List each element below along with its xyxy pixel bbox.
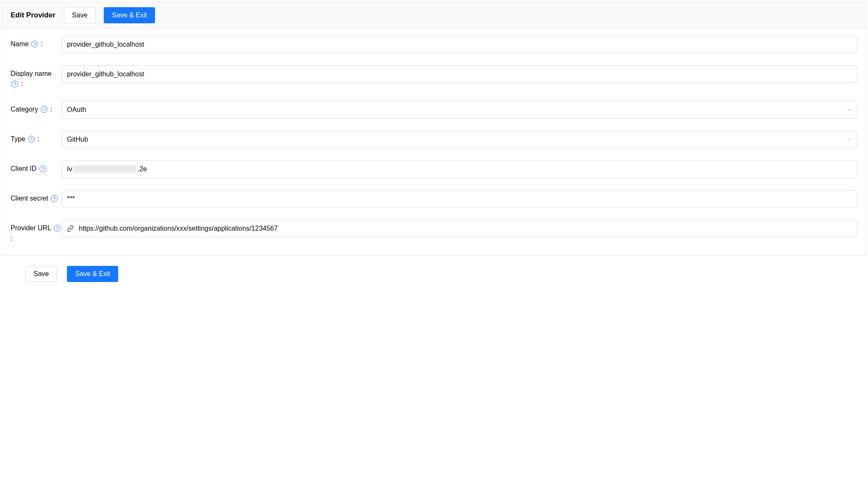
- name-input[interactable]: [61, 36, 857, 53]
- help-icon[interactable]: ?: [51, 195, 58, 202]
- help-icon[interactable]: ?: [11, 81, 18, 87]
- client-id-input[interactable]: Iv .2e: [61, 160, 857, 178]
- provider-url-input-wrap: [61, 220, 857, 237]
- redacted-text: [73, 165, 136, 173]
- row-type: Type ? : GitHub: [11, 131, 857, 148]
- row-client-id: Client ID ? Iv .2e: [11, 160, 857, 178]
- row-client-secret: Client secret ?: [11, 190, 857, 208]
- help-icon[interactable]: ?: [41, 106, 47, 113]
- help-icon[interactable]: ?: [39, 165, 46, 172]
- save-exit-button[interactable]: Save & Exit: [104, 7, 155, 23]
- chevron-down-icon: [847, 107, 852, 112]
- row-display-name: Display name ? :: [11, 65, 857, 89]
- row-name: Name ? :: [11, 36, 857, 53]
- display-name-input[interactable]: [61, 65, 857, 83]
- link-icon: [62, 225, 74, 232]
- footer-save-exit-button[interactable]: Save & Exit: [67, 266, 118, 282]
- client-secret-input[interactable]: [61, 190, 857, 208]
- footer-buttons: Save Save & Exit: [0, 257, 868, 290]
- page-title: Edit Provider: [11, 11, 55, 20]
- help-icon[interactable]: ?: [31, 41, 38, 47]
- footer-save-button[interactable]: Save: [25, 266, 57, 282]
- label-client-secret: Client secret ?: [11, 190, 61, 204]
- chevron-down-icon: [847, 137, 852, 142]
- row-category: Category ? : OAuth: [11, 101, 857, 119]
- row-provider-url: Provider URL ? :: [11, 220, 857, 243]
- form-body: Name ? : Display name ? : Category ?: [2, 29, 866, 243]
- category-select[interactable]: OAuth: [61, 101, 857, 119]
- label-provider-url: Provider URL ? :: [11, 220, 61, 243]
- type-select[interactable]: GitHub: [61, 131, 857, 148]
- save-button[interactable]: Save: [64, 7, 95, 23]
- provider-url-input[interactable]: [74, 220, 857, 237]
- help-icon[interactable]: ?: [54, 225, 61, 232]
- label-category: Category ? :: [11, 101, 61, 114]
- label-type: Type ? :: [11, 131, 61, 144]
- help-icon[interactable]: ?: [28, 136, 35, 142]
- label-name: Name ? :: [11, 36, 61, 49]
- label-client-id: Client ID ?: [11, 160, 61, 174]
- header-bar: Edit Provider Save Save & Exit: [2, 2, 866, 29]
- label-display-name: Display name ? :: [11, 65, 61, 89]
